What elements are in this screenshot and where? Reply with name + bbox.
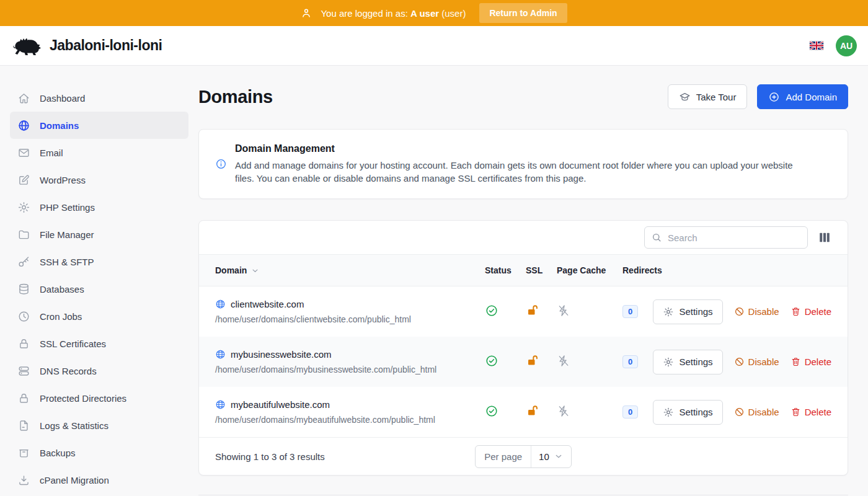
gear-icon xyxy=(663,407,674,418)
app-header: Jabaloni-loni-loni AU xyxy=(0,26,868,66)
user-avatar[interactable]: AU xyxy=(836,35,857,56)
disable-button[interactable]: Disable xyxy=(734,306,779,317)
pencil-icon xyxy=(17,174,30,187)
delete-button[interactable]: Delete xyxy=(790,407,831,417)
sidebar-item-dashboard[interactable]: Dashboard xyxy=(10,84,188,112)
download-icon xyxy=(17,474,30,487)
column-header-page-cache: Page Cache xyxy=(557,265,622,275)
status-active-icon xyxy=(485,404,498,418)
home-icon xyxy=(17,92,30,105)
gear-icon xyxy=(663,306,674,317)
results-summary: Showing 1 to 3 of 3 results xyxy=(215,451,475,462)
document-icon xyxy=(17,419,30,432)
ssl-unlocked-icon[interactable] xyxy=(526,354,539,368)
page-cache-disabled-icon[interactable] xyxy=(557,404,570,418)
column-header-status: Status xyxy=(485,265,526,275)
take-tour-button[interactable]: Take Tour xyxy=(668,84,748,109)
return-to-admin-button[interactable]: Return to Admin xyxy=(479,3,567,23)
sidebar-item-databases[interactable]: Databases xyxy=(10,275,188,303)
column-header-domain[interactable]: Domain xyxy=(215,265,485,275)
table-row: clientwebsite.com /home/user/domains/cli… xyxy=(199,286,848,337)
delete-button[interactable]: Delete xyxy=(790,356,831,367)
disable-button[interactable]: Disable xyxy=(734,407,779,417)
table-row: mybeautifulwebsite.com /home/user/domain… xyxy=(199,387,848,437)
per-page-value: 10 xyxy=(539,451,549,462)
sidebar-item-label: WordPress xyxy=(40,175,86,185)
lock-icon xyxy=(17,337,30,350)
globe-icon xyxy=(215,399,226,410)
domain-link[interactable]: mybusinesswebsite.com xyxy=(231,349,332,360)
sidebar-item-email[interactable]: Email xyxy=(10,139,188,166)
add-domain-button[interactable]: Add Domain xyxy=(757,84,848,109)
sidebar-item-backups[interactable]: Backups xyxy=(10,439,188,466)
per-page-select[interactable]: Per page 10 xyxy=(475,445,572,468)
search-input[interactable] xyxy=(644,226,808,249)
sidebar-item-wordpress[interactable]: WordPress xyxy=(10,166,188,193)
domain-link[interactable]: clientwebsite.com xyxy=(231,299,304,309)
trash-icon xyxy=(790,306,801,317)
sidebar-item-ssl-certificates[interactable]: SSL Certificates xyxy=(10,330,188,357)
chevron-down-icon xyxy=(250,266,260,275)
database-icon xyxy=(17,283,30,296)
sidebar-item-logs-statistics[interactable]: Logs & Statistics xyxy=(10,412,188,439)
column-picker-icon[interactable] xyxy=(818,231,831,244)
banner-message: You are logged in as: A user (user) xyxy=(321,8,466,19)
redirects-count-badge[interactable]: 0 xyxy=(622,355,638,368)
settings-button[interactable]: Settings xyxy=(653,299,722,324)
plus-circle-icon xyxy=(768,91,780,103)
domain-link[interactable]: mybeautifulwebsite.com xyxy=(231,399,330,410)
search-icon xyxy=(651,232,662,243)
sidebar-item-label: Databases xyxy=(40,284,84,294)
graduation-cap-icon xyxy=(679,91,691,103)
chevron-down-icon xyxy=(554,451,564,461)
redirects-count-badge[interactable]: 0 xyxy=(622,305,638,318)
sidebar-item-label: File Manager xyxy=(40,229,94,240)
brand[interactable]: Jabaloni-loni-loni xyxy=(11,35,162,57)
trash-icon xyxy=(790,407,801,417)
sidebar-item-dns-records[interactable]: DNS Records xyxy=(10,357,188,384)
key-icon xyxy=(17,255,30,268)
ssl-unlocked-icon[interactable] xyxy=(526,404,539,418)
folder-icon xyxy=(17,228,30,241)
trash-icon xyxy=(790,356,801,367)
sidebar-item-label: Backups xyxy=(40,448,76,458)
domain-path: /home/user/domains/mybeautifulwebsite.co… xyxy=(215,415,485,425)
archive-icon xyxy=(17,446,30,459)
page-title: Domains xyxy=(198,87,273,107)
ssl-unlocked-icon[interactable] xyxy=(526,304,539,317)
sidebar-item-label: cPanel Migration xyxy=(40,475,109,485)
gear-icon xyxy=(663,356,674,368)
sidebar-item-label: Protected Directories xyxy=(40,393,126,404)
ban-icon xyxy=(734,407,745,417)
brand-name: Jabaloni-loni-loni xyxy=(50,37,162,54)
globe-icon xyxy=(215,349,226,360)
redirects-count-badge[interactable]: 0 xyxy=(622,405,638,418)
info-icon xyxy=(215,158,227,170)
clock-icon xyxy=(17,310,30,323)
table-header-row: Domain Status SSL Page Cache Redirects xyxy=(199,254,848,286)
sidebar-item-cpanel-migration[interactable]: cPanel Migration xyxy=(10,466,188,494)
sidebar-item-file-manager[interactable]: File Manager xyxy=(10,221,188,248)
banner-user-name: A user xyxy=(410,8,439,19)
delete-button[interactable]: Delete xyxy=(790,306,831,317)
sidebar-item-ssh-sftp[interactable]: SSH & SFTP xyxy=(10,248,188,275)
sidebar-item-php-settings[interactable]: PHP Settings xyxy=(10,193,188,221)
domain-path: /home/user/domains/clientwebsite.com/pub… xyxy=(215,314,485,324)
info-card-body: Add and manage domains for your hosting … xyxy=(235,159,805,185)
domain-management-info-card: Domain Management Add and manage domains… xyxy=(198,129,848,199)
sidebar-item-protected-directories[interactable]: Protected Directories xyxy=(10,384,188,412)
sidebar-item-cron-jobs[interactable]: Cron Jobs xyxy=(10,303,188,330)
main-content: Domains Take Tour Ad xyxy=(198,66,868,496)
impersonation-banner: You are logged in as: A user (user) Retu… xyxy=(0,0,868,26)
domain-path: /home/user/domains/mybusinesswebsite.com… xyxy=(215,365,485,374)
language-flag-icon[interactable] xyxy=(810,41,823,50)
settings-button[interactable]: Settings xyxy=(653,350,722,374)
page-cache-disabled-icon[interactable] xyxy=(557,304,570,317)
settings-button[interactable]: Settings xyxy=(653,400,722,425)
banner-user-role: (user) xyxy=(441,8,466,19)
disable-button[interactable]: Disable xyxy=(734,356,779,367)
page-cache-disabled-icon[interactable] xyxy=(557,354,570,368)
sidebar-item-label: Cron Jobs xyxy=(40,311,82,322)
column-header-ssl: SSL xyxy=(526,265,557,275)
sidebar-item-domains[interactable]: Domains xyxy=(10,112,188,139)
